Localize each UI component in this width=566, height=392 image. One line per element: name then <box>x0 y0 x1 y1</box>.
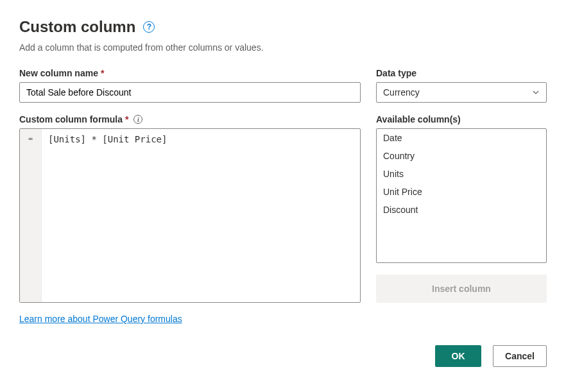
new-column-name-input[interactable] <box>19 82 361 103</box>
chevron-down-icon <box>532 89 540 96</box>
data-type-value: Currency <box>383 87 420 98</box>
list-item[interactable]: Units <box>377 165 546 183</box>
cancel-button[interactable]: Cancel <box>493 345 547 367</box>
list-item[interactable]: Unit Price <box>377 183 546 201</box>
label-text: New column name <box>19 68 98 78</box>
required-asterisk: * <box>101 68 104 78</box>
data-type-select[interactable]: Currency <box>376 82 547 103</box>
ok-button[interactable]: OK <box>435 345 481 367</box>
formula-editor[interactable]: = [Units] * [Unit Price] <box>19 128 361 303</box>
learn-more-link[interactable]: Learn more about Power Query formulas <box>19 314 182 324</box>
page-subtitle: Add a column that is computed from other… <box>19 42 547 53</box>
info-icon[interactable]: i <box>133 115 142 124</box>
page-title: Custom column <box>19 18 135 36</box>
data-type-label: Data type <box>376 68 547 78</box>
formula-text[interactable]: [Units] * [Unit Price] <box>42 129 360 302</box>
formula-label: Custom column formula * i <box>19 114 361 124</box>
list-item[interactable]: Date <box>377 129 546 147</box>
required-asterisk: * <box>125 114 128 124</box>
new-column-name-label: New column name * <box>19 68 361 78</box>
list-item[interactable]: Country <box>377 147 546 165</box>
list-item[interactable]: Discount <box>377 201 546 219</box>
available-columns-label: Available column(s) <box>376 114 547 124</box>
available-columns-list[interactable]: Date Country Units Unit Price Discount <box>376 128 547 263</box>
insert-column-button: Insert column <box>376 275 547 303</box>
label-text: Custom column formula <box>19 114 123 124</box>
formula-gutter: = <box>20 129 42 302</box>
help-icon[interactable]: ? <box>143 21 155 33</box>
